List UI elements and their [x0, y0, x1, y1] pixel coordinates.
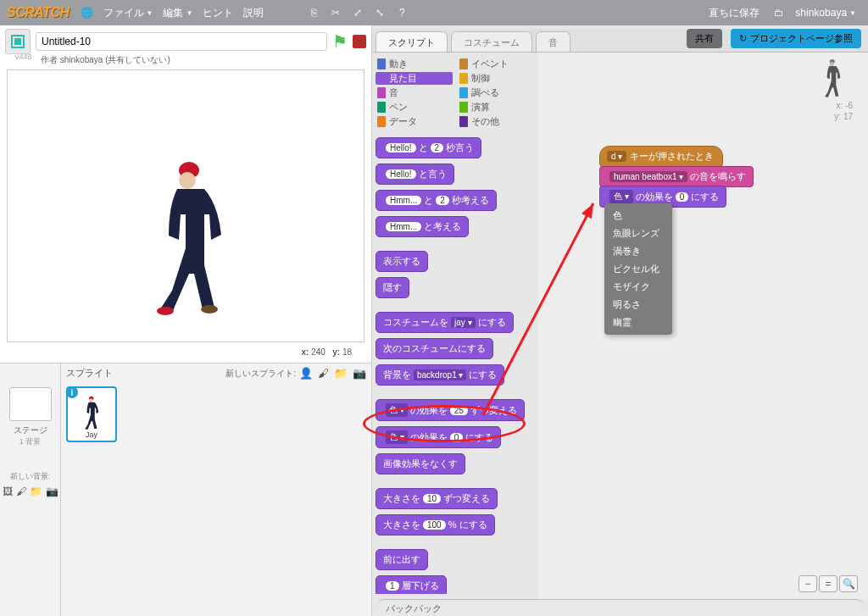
block-set-effect[interactable]: 色 ▾の効果を0にする: [376, 426, 501, 448]
block-change-effect[interactable]: 色 ▾の効果を25ずつ変える: [376, 399, 525, 421]
stage-label: ステージ: [3, 425, 57, 436]
scratch-logo[interactable]: SCRATCH: [7, 5, 70, 20]
block-hide[interactable]: 隠す: [376, 277, 409, 298]
save-now-button[interactable]: 直ちに保存: [709, 6, 760, 20]
dropdown-option[interactable]: 渦巻き: [604, 242, 672, 260]
block-say[interactable]: Hello!と言う: [376, 164, 454, 185]
share-button[interactable]: 共有: [687, 29, 722, 48]
sprite-info-button[interactable]: i: [66, 386, 78, 398]
cat-events[interactable]: イベント: [458, 58, 535, 70]
svg-point-9: [830, 62, 834, 66]
bg-library-icon[interactable]: 🖼: [3, 486, 13, 497]
block-clear-effects[interactable]: 画像効果をなくす: [376, 453, 465, 474]
project-author: 作者 shinkobaya (共有していない): [0, 54, 371, 68]
menu-edit[interactable]: 編集▼: [163, 6, 192, 20]
dropdown-option[interactable]: 明るさ: [604, 296, 672, 314]
backpack-header[interactable]: バックパック: [377, 599, 863, 616]
stage-thumbnail[interactable]: [9, 387, 52, 421]
block-think-for[interactable]: Hmm...と2秒考える: [376, 190, 497, 211]
bg-upload-icon[interactable]: 📁: [30, 486, 42, 497]
svg-point-5: [201, 305, 218, 314]
zoom-out-button[interactable]: −: [798, 575, 817, 592]
green-flag-icon[interactable]: ⚑: [332, 31, 348, 52]
project-page-button[interactable]: ↻プロジェクトページ参照: [731, 29, 861, 48]
menu-file[interactable]: ファイル▼: [103, 6, 153, 20]
stage-backdrop-count: 1 背景: [3, 436, 57, 447]
svg-point-7: [89, 398, 92, 402]
current-sprite-thumb: [815, 58, 849, 98]
cat-sensing[interactable]: 調べる: [458, 86, 535, 99]
help-icon[interactable]: ?: [394, 5, 409, 20]
block-go-front[interactable]: 前に出す: [376, 549, 428, 570]
dropdown-option[interactable]: 魚眼レンズ: [604, 225, 672, 242]
refresh-icon: ↻: [739, 33, 747, 44]
folder-icon[interactable]: 🗀: [771, 5, 787, 20]
cat-looks[interactable]: 見た目: [376, 72, 453, 85]
cat-operators[interactable]: 演算: [458, 101, 535, 114]
cat-more[interactable]: その他: [458, 115, 535, 128]
dropdown-option[interactable]: モザイク: [604, 278, 672, 296]
new-backdrop-label: 新しい背景:: [3, 471, 57, 482]
duplicate-icon[interactable]: ⎘: [306, 5, 321, 20]
block-think[interactable]: Hmm...と考える: [376, 216, 469, 237]
sprite-upload-icon[interactable]: 📁: [334, 367, 348, 380]
sprite-name: Jay: [86, 430, 97, 439]
bg-paint-icon[interactable]: 🖌: [16, 486, 26, 497]
scripts-area[interactable]: x: -6 y: 17 d ▾キーが押されたとき human beatbox1 …: [538, 53, 868, 599]
grow-icon[interactable]: ⤢: [350, 5, 365, 20]
cat-pen[interactable]: ペン: [376, 101, 453, 114]
tab-costumes[interactable]: コスチューム: [451, 31, 532, 52]
block-palette: 動き イベント 見た目 制御 音 調べる ペン 演算 データ その他 Hello…: [372, 53, 538, 599]
menu-tips[interactable]: ヒント: [203, 6, 233, 20]
script-hat-key[interactable]: d ▾キーが押されたとき: [599, 146, 723, 167]
stage[interactable]: x: 240 y: 18: [7, 69, 364, 342]
svg-point-3: [179, 172, 196, 189]
sprites-label: スプライト: [66, 367, 113, 380]
effect-dropdown[interactable]: 色 魚眼レンズ 渦巻き ピクセル化 モザイク 明るさ 幽霊: [604, 203, 672, 335]
block-switch-costume[interactable]: コスチュームをjay ▾にする: [376, 312, 514, 333]
tab-sounds[interactable]: 音: [536, 31, 570, 52]
user-menu[interactable]: shinkobaya▼: [795, 7, 856, 19]
cat-data[interactable]: データ: [376, 115, 453, 128]
svg-point-4: [157, 307, 174, 315]
block-go-back[interactable]: 1層下げる: [376, 575, 447, 594]
project-title-input[interactable]: [36, 32, 327, 51]
dropdown-option[interactable]: 幽霊: [604, 314, 672, 331]
version-label: v448: [15, 53, 32, 61]
sprite-coords: x: -6 y: 17: [834, 100, 853, 122]
sprite-paint-icon[interactable]: 🖌: [318, 367, 329, 380]
block-say-for[interactable]: Hello!と2秒言う: [376, 137, 481, 158]
mouse-coords: x: 240 y: 18: [301, 347, 352, 357]
fullscreen-button[interactable]: [5, 29, 31, 54]
shrink-icon[interactable]: ⤡: [372, 5, 387, 20]
zoom-reset-button[interactable]: =: [819, 575, 837, 592]
topbar: SCRATCH 🌐 ファイル▼ 編集▼ ヒント 説明 ⎘ ✂ ⤢ ⤡ ? 直ちに…: [0, 0, 868, 25]
cat-control[interactable]: 制御: [458, 72, 535, 85]
script-play-sound[interactable]: human beatbox1 ▾の音を鳴らす: [599, 166, 754, 187]
stage-selector[interactable]: ステージ 1 背景 新しい背景: 🖼 🖌 📁 📷: [0, 363, 61, 616]
cat-sound[interactable]: 音: [376, 86, 453, 99]
new-sprite-label: 新しいスプライト:: [225, 368, 296, 380]
tab-scripts[interactable]: スクリプト: [376, 31, 448, 52]
block-set-size[interactable]: 大きさを100% にする: [376, 514, 495, 536]
sprite-library-icon[interactable]: 👤: [299, 367, 313, 380]
bg-camera-icon[interactable]: 📷: [46, 486, 58, 497]
svg-rect-1: [14, 38, 21, 45]
block-next-costume[interactable]: 次のコスチュームにする: [376, 338, 493, 359]
stage-sprite-jay[interactable]: [143, 155, 236, 316]
dropdown-option[interactable]: 色: [604, 207, 672, 225]
block-switch-backdrop[interactable]: 背景をbackdrop1 ▾にする: [376, 364, 504, 386]
sprite-camera-icon[interactable]: 📷: [353, 367, 366, 380]
dropdown-option[interactable]: ピクセル化: [604, 260, 672, 278]
stop-icon[interactable]: [353, 35, 366, 48]
zoom-in-button[interactable]: 🔍: [839, 575, 858, 592]
menu-about[interactable]: 説明: [243, 6, 264, 20]
delete-icon[interactable]: ✂: [328, 5, 343, 20]
block-change-size[interactable]: 大きさを10ずつ変える: [376, 488, 498, 509]
cat-motion[interactable]: 動き: [376, 58, 453, 70]
globe-icon[interactable]: 🌐: [80, 5, 95, 20]
block-show[interactable]: 表示する: [376, 251, 428, 272]
sprite-thumb-jay[interactable]: i Jay: [66, 386, 117, 442]
